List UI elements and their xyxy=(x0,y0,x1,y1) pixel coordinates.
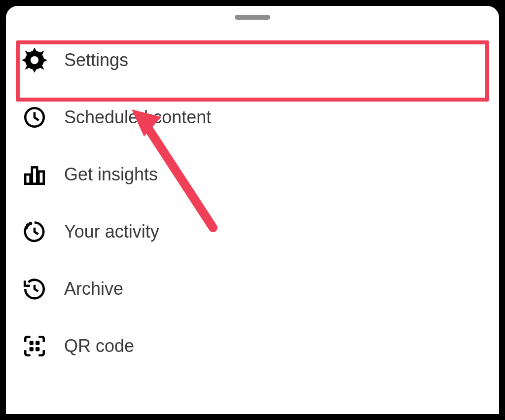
menu-list: Settings Scheduled content Get insights xyxy=(6,32,499,375)
menu-item-label: Settings xyxy=(64,50,128,70)
menu-item-archive[interactable]: Archive xyxy=(16,260,489,317)
menu-item-label: Your activity xyxy=(64,221,159,242)
bar-chart-icon xyxy=(21,161,48,188)
svg-point-1 xyxy=(30,55,40,66)
svg-point-7 xyxy=(27,224,29,226)
menu-item-get-insights[interactable]: Get insights xyxy=(16,146,489,203)
activity-clock-icon xyxy=(21,218,48,245)
svg-point-6 xyxy=(26,227,27,228)
bottom-sheet-panel: Settings Scheduled content Get insights xyxy=(6,6,499,414)
clock-icon xyxy=(21,104,48,131)
svg-rect-11 xyxy=(30,347,34,351)
qr-code-icon xyxy=(21,332,48,360)
menu-item-label: Archive xyxy=(64,279,123,299)
archive-clock-icon xyxy=(21,275,48,303)
menu-item-qr-code[interactable]: QR code xyxy=(16,317,489,375)
menu-item-your-activity[interactable]: Your activity xyxy=(16,203,489,260)
menu-item-label: Scheduled content xyxy=(64,107,211,128)
svg-rect-9 xyxy=(30,341,34,345)
svg-rect-5 xyxy=(38,172,43,184)
drag-handle[interactable] xyxy=(235,15,270,20)
gear-icon xyxy=(21,46,48,74)
menu-item-settings[interactable]: Settings xyxy=(16,32,489,89)
svg-rect-4 xyxy=(32,167,37,183)
svg-rect-12 xyxy=(36,347,39,351)
svg-rect-3 xyxy=(25,175,30,184)
svg-rect-10 xyxy=(36,341,39,345)
svg-point-8 xyxy=(30,223,31,224)
menu-item-label: QR code xyxy=(64,336,134,356)
menu-item-scheduled-content[interactable]: Scheduled content xyxy=(16,89,489,146)
menu-item-label: Get insights xyxy=(64,164,158,185)
